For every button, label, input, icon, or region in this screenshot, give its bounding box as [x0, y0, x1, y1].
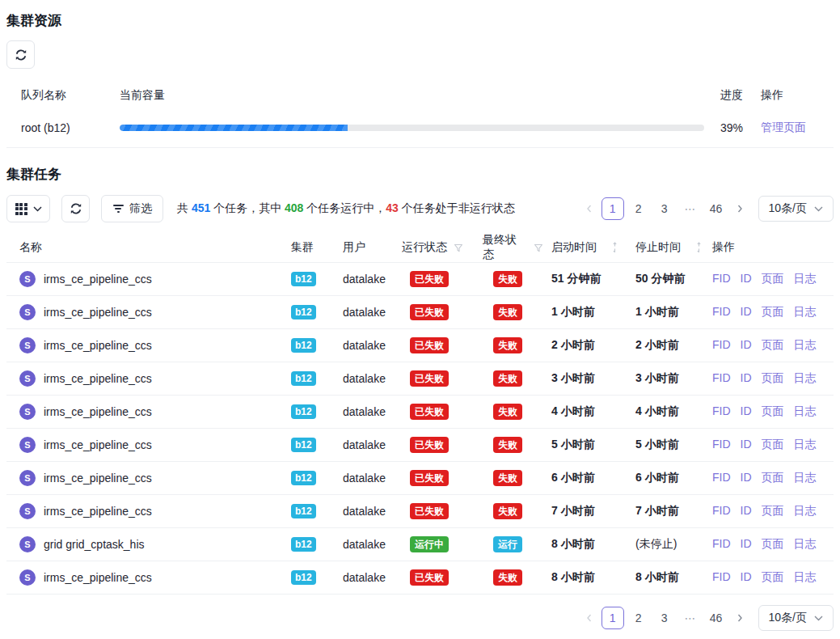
action-link-page[interactable]: 页面	[762, 404, 784, 419]
action-link-page[interactable]: 页面	[762, 504, 784, 518]
column-settings-button[interactable]	[6, 195, 50, 222]
action-link-page[interactable]: 页面	[762, 305, 784, 320]
action-link-id[interactable]: ID	[741, 272, 752, 286]
action-link-fid[interactable]: FID	[712, 404, 731, 419]
sort-icon[interactable]	[611, 242, 618, 253]
page-size-select[interactable]: 10条/页	[758, 196, 834, 222]
run-status-badge: 已失败	[410, 569, 449, 586]
action-link-id[interactable]: ID	[741, 404, 752, 419]
action-link-fid[interactable]: FID	[712, 438, 731, 452]
action-link-log[interactable]: 日志	[794, 537, 817, 552]
action-link-log[interactable]: 日志	[794, 570, 817, 585]
col-start-time: 启动时间	[543, 240, 627, 255]
action-link-page[interactable]: 页面	[762, 438, 784, 452]
filter-lines-icon	[112, 205, 124, 214]
pagination-page-2[interactable]: 2	[627, 197, 650, 220]
task-name: irms_ce_pipeline_ccs	[44, 372, 152, 385]
action-link-page[interactable]: 页面	[762, 272, 784, 286]
task-table-header: 名称 集群 用户 运行状态 最终状态 启动时间 停止时间 操作	[6, 233, 834, 263]
action-link-page[interactable]: 页面	[762, 338, 784, 353]
action-link-id[interactable]: ID	[741, 438, 752, 452]
row-actions: FIDID页面日志	[706, 570, 834, 585]
avatar: S	[19, 271, 36, 287]
task-name: irms_ce_pipeline_ccs	[44, 273, 152, 286]
avatar: S	[19, 536, 36, 552]
pagination-page-1[interactable]: 1	[602, 607, 624, 629]
pagination-ellipsis[interactable]: ⋯	[679, 197, 702, 220]
avatar: S	[19, 569, 36, 586]
action-link-fid[interactable]: FID	[712, 537, 731, 552]
action-link-log[interactable]: 日志	[794, 504, 817, 518]
action-link-id[interactable]: ID	[741, 504, 752, 518]
action-link-page[interactable]: 页面	[762, 471, 784, 485]
tasks-toolbar: 筛选 共 451 个任务，其中 408 个任务运行中，43 个任务处于非运行状态…	[6, 195, 834, 222]
pagination-page-46[interactable]: 46	[705, 607, 728, 629]
task-name: irms_ce_pipeline_ccs	[44, 505, 152, 518]
pagination-page-3[interactable]: 3	[653, 197, 676, 220]
action-link-fid[interactable]: FID	[712, 570, 731, 585]
chevron-down-icon	[33, 206, 42, 212]
action-link-fid[interactable]: FID	[712, 504, 731, 518]
stop-time: 8 小时前	[627, 570, 706, 585]
action-link-log[interactable]: 日志	[794, 371, 817, 386]
action-link-log[interactable]: 日志	[794, 404, 817, 419]
chevron-down-icon	[814, 206, 823, 212]
cluster-badge: b12	[291, 438, 316, 452]
action-link-id[interactable]: ID	[741, 570, 752, 585]
final-status-badge: 失败	[493, 271, 522, 287]
action-link-fid[interactable]: FID	[712, 338, 731, 353]
tasks-refresh-button[interactable]	[61, 195, 90, 222]
action-link-id[interactable]: ID	[741, 338, 752, 353]
pagination-next-button[interactable]	[729, 197, 750, 220]
action-link-page[interactable]: 页面	[762, 371, 784, 386]
run-status-badge: 运行中	[410, 536, 449, 552]
pagination-page-3[interactable]: 3	[653, 607, 676, 629]
action-link-page[interactable]: 页面	[762, 570, 784, 585]
funnel-filter-icon[interactable]	[534, 243, 543, 252]
task-name: irms_ce_pipeline_ccs	[44, 571, 152, 584]
sort-icon[interactable]	[695, 242, 703, 253]
avatar: S	[19, 404, 36, 420]
pagination-prev-button[interactable]	[579, 607, 600, 629]
page-size-select[interactable]: 10条/页	[758, 605, 834, 631]
tasks-section-title: 集群任务	[6, 165, 834, 184]
task-name: irms_ce_pipeline_ccs	[44, 306, 152, 319]
pagination-page-46[interactable]: 46	[705, 197, 728, 220]
pagination-prev-button[interactable]	[579, 197, 600, 220]
action-link-fid[interactable]: FID	[712, 471, 731, 485]
avatar: S	[19, 470, 36, 486]
action-link-id[interactable]: ID	[741, 305, 752, 320]
cluster-badge: b12	[291, 272, 316, 286]
start-time: 51 分钟前	[543, 272, 627, 286]
col-user: 用户	[336, 240, 395, 255]
action-link-log[interactable]: 日志	[794, 338, 817, 353]
action-link-fid[interactable]: FID	[712, 272, 731, 286]
pagination-bottom: 123⋯46 10条/页	[579, 605, 834, 631]
action-link-log[interactable]: 日志	[794, 438, 817, 452]
final-status-badge: 失败	[493, 503, 522, 519]
action-link-fid[interactable]: FID	[712, 371, 731, 386]
filter-button[interactable]: 筛选	[101, 195, 163, 222]
action-link-log[interactable]: 日志	[794, 305, 817, 320]
start-time: 6 小时前	[543, 471, 627, 485]
run-status-badge: 已失败	[410, 370, 449, 387]
pagination-next-button[interactable]	[729, 607, 750, 629]
resources-refresh-button[interactable]	[6, 40, 35, 69]
action-link-id[interactable]: ID	[741, 471, 752, 485]
final-status-badge: 失败	[493, 304, 522, 320]
funnel-filter-icon[interactable]	[454, 243, 463, 252]
action-link-id[interactable]: ID	[741, 371, 752, 386]
action-link-page[interactable]: 页面	[762, 537, 784, 552]
start-time: 5 小时前	[543, 438, 627, 452]
action-link-id[interactable]: ID	[741, 537, 752, 552]
manage-page-link[interactable]: 管理页面	[761, 121, 806, 133]
chevron-down-icon	[814, 616, 823, 621]
summary-count-green: 408	[285, 201, 303, 214]
stop-time: 3 小时前	[627, 371, 706, 386]
action-link-log[interactable]: 日志	[794, 471, 817, 485]
action-link-log[interactable]: 日志	[794, 272, 817, 286]
action-link-fid[interactable]: FID	[712, 305, 731, 320]
pagination-page-1[interactable]: 1	[602, 197, 624, 220]
pagination-ellipsis[interactable]: ⋯	[679, 607, 702, 629]
pagination-page-2[interactable]: 2	[627, 607, 650, 629]
